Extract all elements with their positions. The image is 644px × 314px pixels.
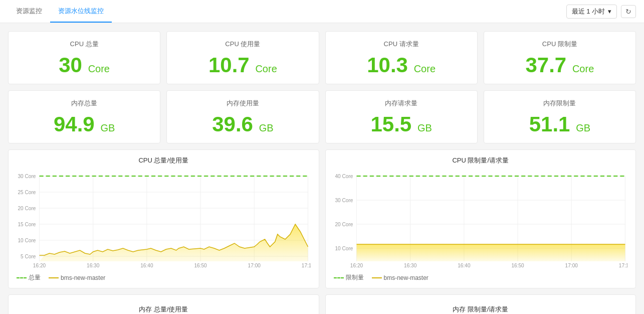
- legend-bms-2: bms-new-master: [372, 274, 428, 281]
- metric-cpu-total-label: CPU 总量: [19, 40, 150, 49]
- legend-dashed-line: [17, 277, 27, 278]
- metric-cpu-limit-label: CPU 限制量: [494, 40, 625, 49]
- refresh-button[interactable]: ↻: [621, 5, 636, 18]
- metric-mem-limit: 内存限制量 51.1 GB: [484, 90, 636, 143]
- metric-cpu-request-value: 10.3 Core: [336, 55, 467, 76]
- chart-cpu-limit-request: CPU 限制量/请求量 40 Core 30 Core 20 Core 10 C…: [325, 149, 636, 288]
- svg-text:17:00: 17:00: [248, 263, 261, 268]
- metric-mem-limit-label: 内存限制量: [494, 99, 625, 108]
- svg-text:25 Core: 25 Core: [18, 190, 36, 195]
- metric-mem-total-label: 内存总量: [19, 99, 150, 108]
- cpu-metrics-grid: CPU 总量 30 Core CPU 使用量 10.7 Core CPU 请求量…: [8, 31, 636, 84]
- svg-marker-41: [356, 244, 625, 261]
- time-dropdown-label: 最近 1 小时: [572, 7, 605, 16]
- legend-bms-label-2: bms-new-master: [384, 274, 428, 281]
- metric-cpu-request: CPU 请求量 10.3 Core: [325, 31, 478, 84]
- legend-limit: 限制量: [334, 273, 364, 282]
- legend-total: 总量: [17, 273, 41, 282]
- metric-mem-request-label: 内存请求量: [336, 99, 467, 108]
- tab-watermark-monitor[interactable]: 资源水位线监控: [50, 1, 112, 23]
- svg-text:16:40: 16:40: [140, 263, 153, 268]
- chart-cpu-limit-request-legend: 限制量 bms-new-master: [334, 273, 628, 282]
- legend-bms: bms-new-master: [49, 274, 105, 281]
- memory-metrics-grid: 内存总量 94.9 GB 内存使用量 39.6 GB 内存请求量 15.5 GB…: [8, 90, 636, 143]
- svg-text:16:30: 16:30: [404, 263, 417, 268]
- svg-text:16:50: 16:50: [194, 263, 207, 268]
- svg-marker-19: [40, 224, 308, 261]
- metric-cpu-limit-value: 37.7 Core: [494, 55, 625, 76]
- chart-cpu-limit-request-title: CPU 限制量/请求量: [334, 156, 628, 165]
- chart-cpu-total-usage-svg: 30 Core 25 Core 20 Core 15 Core 10 Core …: [17, 169, 311, 269]
- svg-text:20 Core: 20 Core: [335, 222, 353, 227]
- svg-text:17:10: 17:10: [618, 263, 627, 268]
- svg-text:5 Core: 5 Core: [21, 254, 36, 259]
- svg-text:10 Core: 10 Core: [18, 238, 36, 243]
- svg-text:17:00: 17:00: [565, 263, 578, 268]
- bottom-charts-row: 内存 总量/使用量 内存 限制量/请求量: [8, 294, 636, 314]
- metric-cpu-limit: CPU 限制量 37.7 Core: [484, 31, 636, 84]
- svg-text:16:20: 16:20: [33, 263, 46, 268]
- chart-mem-total-usage: 内存 总量/使用量: [8, 294, 319, 314]
- time-dropdown[interactable]: 最近 1 小时 ▾: [566, 5, 617, 19]
- metric-mem-usage: 内存使用量 39.6 GB: [166, 90, 319, 143]
- svg-text:16:20: 16:20: [350, 263, 363, 268]
- svg-text:20 Core: 20 Core: [18, 206, 36, 211]
- chart-mem-total-usage-title: 内存 总量/使用量: [139, 305, 188, 314]
- chart-cpu-total-usage-legend: 总量 bms-new-master: [17, 273, 311, 282]
- chart-mem-limit-request-title: 内存 限制量/请求量: [453, 305, 508, 314]
- legend-dashed-line-2: [334, 277, 344, 278]
- svg-text:16:50: 16:50: [511, 263, 524, 268]
- svg-text:30 Core: 30 Core: [335, 198, 353, 203]
- svg-text:10 Core: 10 Core: [335, 246, 353, 251]
- svg-text:17:10: 17:10: [302, 263, 311, 268]
- metric-mem-request-value: 15.5 GB: [336, 114, 467, 135]
- metric-mem-limit-value: 51.1 GB: [494, 114, 625, 135]
- svg-text:16:40: 16:40: [458, 263, 471, 268]
- metric-cpu-usage-label: CPU 使用量: [177, 40, 308, 49]
- svg-text:15 Core: 15 Core: [18, 222, 36, 227]
- legend-solid-line-2: [372, 277, 382, 278]
- legend-bms-label: bms-new-master: [61, 274, 105, 281]
- metric-cpu-usage-value: 10.7 Core: [177, 55, 308, 76]
- main-content: CPU 总量 30 Core CPU 使用量 10.7 Core CPU 请求量…: [0, 23, 644, 314]
- metric-cpu-total: CPU 总量 30 Core: [8, 31, 160, 84]
- chart-cpu-total-usage-title: CPU 总量/使用量: [17, 156, 311, 165]
- chevron-down-icon: ▾: [608, 8, 611, 15]
- chart-cpu-total-usage: CPU 总量/使用量 30 Core 25 Core 20 Core 15 Co…: [8, 149, 319, 288]
- chart-mem-limit-request: 内存 限制量/请求量: [325, 294, 636, 314]
- svg-text:30 Core: 30 Core: [18, 174, 36, 179]
- time-selector: 最近 1 小时 ▾ ↻: [566, 5, 636, 19]
- metric-mem-total-value: 94.9 GB: [19, 114, 150, 135]
- chart-cpu-limit-request-area: 40 Core 30 Core 20 Core 10 Core: [334, 169, 628, 269]
- legend-solid-line: [49, 277, 59, 278]
- metric-mem-total: 内存总量 94.9 GB: [8, 90, 160, 143]
- cpu-charts-grid: CPU 总量/使用量 30 Core 25 Core 20 Core 15 Co…: [8, 149, 636, 288]
- svg-text:40 Core: 40 Core: [335, 174, 353, 179]
- chart-cpu-limit-request-svg: 40 Core 30 Core 20 Core 10 Core: [334, 169, 628, 269]
- top-bar: 资源监控 资源水位线监控 最近 1 小时 ▾ ↻: [0, 0, 644, 23]
- tab-resource-monitor[interactable]: 资源监控: [8, 1, 50, 23]
- metric-cpu-request-label: CPU 请求量: [336, 40, 467, 49]
- legend-limit-label: 限制量: [346, 273, 364, 282]
- legend-total-label: 总量: [29, 273, 41, 282]
- metric-mem-usage-label: 内存使用量: [177, 99, 308, 108]
- metric-cpu-total-value: 30 Core: [19, 55, 150, 76]
- svg-text:16:30: 16:30: [87, 263, 100, 268]
- metric-mem-request: 内存请求量 15.5 GB: [325, 90, 478, 143]
- chart-cpu-total-usage-area: 30 Core 25 Core 20 Core 15 Core 10 Core …: [17, 169, 311, 269]
- metric-mem-usage-value: 39.6 GB: [177, 114, 308, 135]
- metric-cpu-usage: CPU 使用量 10.7 Core: [166, 31, 319, 84]
